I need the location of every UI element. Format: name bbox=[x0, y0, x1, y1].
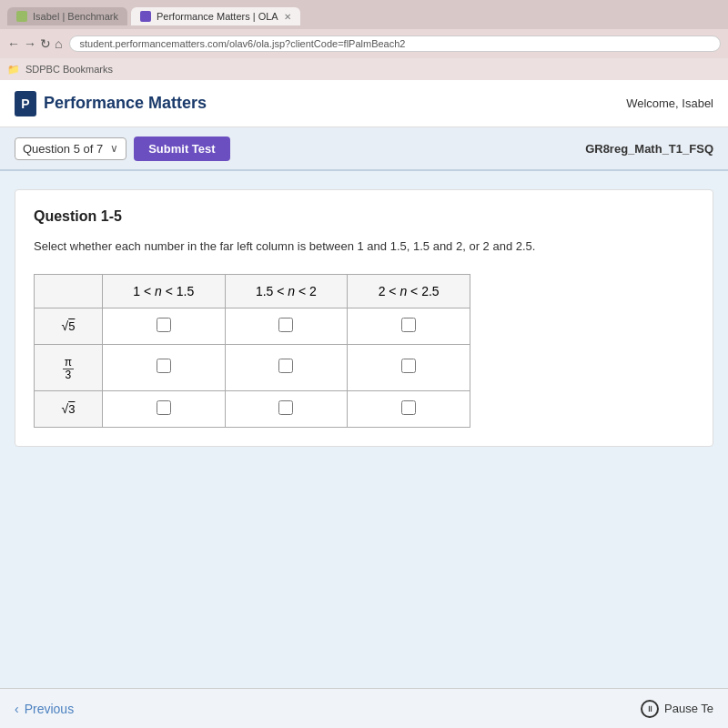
checkbox-sqrt5-col1[interactable] bbox=[102, 308, 225, 344]
previous-label: Previous bbox=[25, 702, 74, 716]
main-content: Question 1-5 Select whether each number … bbox=[0, 171, 728, 688]
bottom-bar: ‹ Previous ⏸ Pause Te bbox=[0, 688, 728, 728]
tab-active[interactable]: Performance Matters | OLA ✕ bbox=[131, 7, 300, 25]
logo-icon: P bbox=[15, 91, 36, 116]
question-label-heading: Question 1-5 bbox=[34, 208, 694, 225]
pause-label: Pause Te bbox=[664, 702, 713, 715]
table-header-row: 1 < n < 1.5 1.5 < n < 2 2 < n < 2.5 bbox=[35, 274, 470, 308]
checkbox-sqrt5-col3[interactable] bbox=[348, 308, 470, 344]
checkbox-sqrt3-col2[interactable] bbox=[225, 390, 348, 427]
table-row: π 3 bbox=[35, 344, 470, 390]
logo-text: P bbox=[21, 96, 29, 111]
checkbox-pi3-col3[interactable] bbox=[348, 344, 470, 390]
tab-bar: Isabel | Benchmark Performance Matters |… bbox=[0, 0, 728, 29]
checkbox-input[interactable] bbox=[401, 318, 416, 332]
pause-button[interactable]: ⏸ Pause Te bbox=[641, 700, 713, 718]
toolbar: Question 5 of 7 ∨ Submit Test GR8reg_Mat… bbox=[0, 127, 728, 171]
checkbox-sqrt5-col2[interactable] bbox=[225, 308, 348, 344]
checkbox-input[interactable] bbox=[278, 400, 293, 415]
question-text: Select whether each number in the far le… bbox=[34, 238, 694, 256]
tab-close-icon[interactable]: ✕ bbox=[284, 12, 291, 22]
toolbar-left: Question 5 of 7 ∨ Submit Test bbox=[15, 136, 230, 161]
checkbox-sqrt3-col1[interactable] bbox=[102, 390, 225, 427]
bookmarks-folder-icon: 📁 bbox=[7, 64, 20, 76]
tab-favicon-inactive bbox=[16, 11, 27, 22]
previous-button[interactable]: ‹ Previous bbox=[15, 702, 74, 716]
checkbox-input[interactable] bbox=[157, 400, 171, 415]
table-col-header-empty bbox=[35, 274, 103, 308]
url-bar[interactable]: student.performancematters.com/olav6/ola… bbox=[69, 35, 721, 52]
tab-favicon-active bbox=[140, 11, 151, 22]
checkbox-input[interactable] bbox=[157, 318, 171, 332]
checkbox-input[interactable] bbox=[278, 318, 293, 332]
welcome-text: Welcome, Isabel bbox=[626, 96, 713, 110]
pause-icon: ⏸ bbox=[641, 700, 659, 718]
row-label-sqrt3: √3 bbox=[35, 390, 103, 427]
table-col-header-2: 1.5 < n < 2 bbox=[225, 274, 348, 308]
table-col-header-1: 1 < n < 1.5 bbox=[102, 274, 225, 308]
dropdown-arrow-icon: ∨ bbox=[110, 142, 118, 155]
submit-test-button[interactable]: Submit Test bbox=[134, 136, 229, 161]
tab-inactive[interactable]: Isabel | Benchmark bbox=[7, 7, 127, 25]
bookmarks-label: SDPBC Bookmarks bbox=[25, 64, 113, 75]
checkbox-pi3-col1[interactable] bbox=[102, 344, 225, 390]
checkbox-pi3-col2[interactable] bbox=[225, 344, 348, 390]
tab-inactive-label: Isabel | Benchmark bbox=[33, 11, 118, 22]
back-button[interactable]: ← bbox=[7, 36, 20, 51]
checkbox-input[interactable] bbox=[278, 359, 293, 373]
app-logo: P Performance Matters bbox=[15, 91, 207, 116]
test-name: GR8reg_Math_T1_FSQ bbox=[585, 142, 713, 156]
chevron-left-icon: ‹ bbox=[15, 702, 19, 716]
question-container: Question 1-5 Select whether each number … bbox=[15, 189, 713, 447]
checkbox-sqrt3-col3[interactable] bbox=[348, 390, 470, 427]
checkbox-input[interactable] bbox=[157, 359, 171, 373]
app-header: P Performance Matters Welcome, Isabel bbox=[0, 80, 728, 127]
row-label-sqrt5: √5 bbox=[35, 308, 103, 344]
tab-active-label: Performance Matters | OLA bbox=[157, 11, 278, 22]
answer-table: 1 < n < 1.5 1.5 < n < 2 2 < n < 2.5 √5 bbox=[34, 274, 470, 428]
bookmarks-bar: 📁 SDPBC Bookmarks bbox=[0, 58, 728, 80]
nav-buttons: ← → ↻ ⌂ bbox=[7, 36, 62, 51]
question-dropdown[interactable]: Question 5 of 7 ∨ bbox=[15, 137, 126, 160]
checkbox-input[interactable] bbox=[401, 359, 416, 373]
address-bar: ← → ↻ ⌂ student.performancematters.com/o… bbox=[0, 29, 728, 58]
row-label-pi-over-3: π 3 bbox=[35, 344, 103, 390]
table-row: √5 bbox=[35, 308, 470, 344]
url-text: student.performancematters.com/olav6/ola… bbox=[79, 38, 405, 49]
question-label: Question 5 of 7 bbox=[23, 142, 103, 156]
table-col-header-3: 2 < n < 2.5 bbox=[348, 274, 470, 308]
reload-button[interactable]: ↻ bbox=[40, 36, 51, 51]
table-row: √3 bbox=[35, 390, 470, 427]
forward-button[interactable]: → bbox=[24, 36, 36, 51]
browser-chrome: Isabel | Benchmark Performance Matters |… bbox=[0, 0, 728, 80]
app-title: Performance Matters bbox=[44, 94, 207, 113]
home-button[interactable]: ⌂ bbox=[55, 36, 62, 51]
checkbox-input[interactable] bbox=[401, 400, 416, 415]
